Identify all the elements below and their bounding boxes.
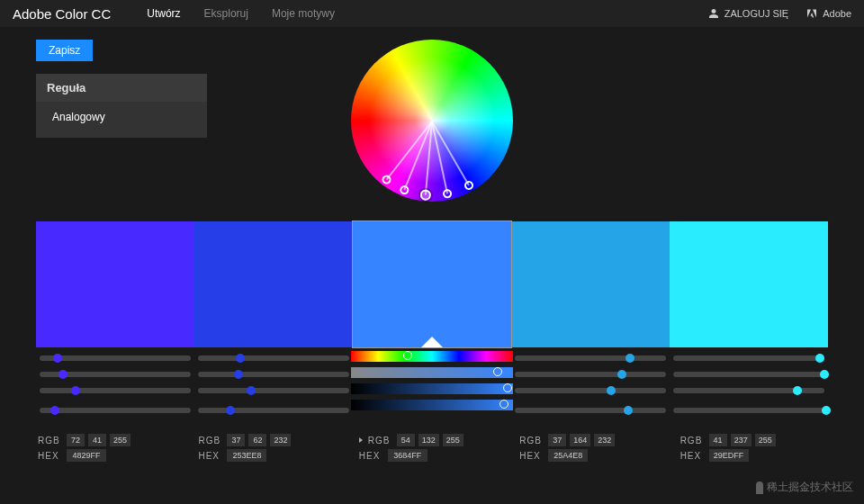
slider-1-2[interactable] bbox=[353, 369, 511, 380]
rgb-b-input[interactable]: 232 bbox=[594, 434, 615, 446]
slider-thumb[interactable] bbox=[626, 354, 634, 363]
rgb-g-input[interactable]: 237 bbox=[731, 434, 752, 446]
slider-thumb[interactable] bbox=[815, 354, 824, 363]
slider-thumb[interactable] bbox=[58, 370, 68, 379]
slider-thumb[interactable] bbox=[71, 386, 80, 395]
color-wheel[interactable] bbox=[351, 40, 513, 202]
rgb-b-input[interactable]: 232 bbox=[270, 434, 291, 446]
expand-icon[interactable] bbox=[359, 437, 363, 443]
rgb-b-input[interactable]: 255 bbox=[443, 434, 464, 446]
slider-track bbox=[198, 408, 349, 413]
slider-3-3[interactable] bbox=[511, 405, 670, 416]
slider-1-0[interactable] bbox=[36, 369, 194, 380]
slider-3-0[interactable] bbox=[36, 405, 194, 416]
hex-input[interactable]: 29EDFF bbox=[709, 449, 749, 462]
slider-2-4[interactable] bbox=[670, 385, 828, 396]
slider-1-4[interactable] bbox=[670, 369, 828, 380]
slider-thumb[interactable] bbox=[226, 406, 235, 415]
rgb-r-input[interactable]: 37 bbox=[227, 434, 245, 446]
hex-input[interactable]: 253EE8 bbox=[227, 449, 266, 462]
slider-thumb[interactable] bbox=[236, 354, 245, 363]
slider-2-2[interactable] bbox=[353, 385, 511, 396]
wheel-handle-icon[interactable] bbox=[399, 184, 410, 196]
slider-track bbox=[198, 388, 349, 393]
slider-2-0[interactable] bbox=[36, 385, 194, 396]
slider-thumb[interactable] bbox=[607, 386, 616, 395]
slider-track bbox=[515, 408, 666, 413]
slider-0-0[interactable] bbox=[36, 353, 194, 364]
slider-thumb[interactable] bbox=[247, 386, 256, 395]
slider-thumb[interactable] bbox=[820, 370, 829, 379]
slider-0-4[interactable] bbox=[670, 353, 828, 364]
wheel-handle-icon[interactable] bbox=[463, 179, 475, 192]
slider-track bbox=[198, 372, 349, 377]
slider-track bbox=[515, 388, 666, 393]
swatch-0[interactable] bbox=[36, 221, 194, 347]
swatch-3[interactable] bbox=[511, 221, 670, 347]
slider-thumb[interactable] bbox=[822, 406, 831, 415]
nav-create[interactable]: Utwórz bbox=[147, 7, 180, 20]
slider-track bbox=[673, 356, 824, 361]
rgb-r-input[interactable]: 41 bbox=[709, 434, 727, 446]
rgb-r-input[interactable]: 37 bbox=[548, 434, 566, 446]
swatch-2[interactable] bbox=[353, 221, 511, 347]
slider-3-1[interactable] bbox=[194, 405, 353, 416]
slider-row-2 bbox=[36, 385, 828, 396]
slider-1-3[interactable] bbox=[511, 369, 670, 380]
watermark: 稀土掘金技术社区 bbox=[756, 480, 853, 495]
rgb-g-input[interactable]: 132 bbox=[418, 434, 439, 446]
value-cell-1: RGB3762232HEX253EE8 bbox=[191, 434, 351, 464]
nav-my-themes[interactable]: Moje motywy bbox=[272, 7, 335, 20]
slider-thumb[interactable] bbox=[624, 406, 633, 415]
slider-0-1[interactable] bbox=[194, 353, 353, 364]
slider-0-2[interactable] bbox=[353, 353, 511, 364]
slider-2-3[interactable] bbox=[511, 385, 670, 396]
slider-0-3[interactable] bbox=[511, 353, 670, 364]
swatch-row bbox=[36, 221, 828, 347]
slider-thumb[interactable] bbox=[234, 370, 243, 379]
rgb-b-input[interactable]: 255 bbox=[110, 434, 130, 446]
slider-track bbox=[40, 408, 191, 413]
rgb-b-input[interactable]: 255 bbox=[755, 434, 776, 446]
hex-input[interactable]: 25A4E8 bbox=[548, 449, 588, 462]
nav: Utwórz Eksploruj Moje motywy bbox=[147, 7, 707, 20]
slider-2-1[interactable] bbox=[194, 385, 353, 396]
slider-track bbox=[40, 356, 191, 361]
wheel-arm-0[interactable] bbox=[386, 121, 433, 180]
wheel-handle-icon[interactable] bbox=[419, 189, 431, 201]
rgb-label: RGB bbox=[680, 436, 706, 446]
rgb-g-input[interactable]: 41 bbox=[88, 434, 106, 446]
rgb-r-input[interactable]: 72 bbox=[67, 434, 85, 446]
hex-label: HEX bbox=[38, 451, 63, 461]
rgb-g-input[interactable]: 62 bbox=[248, 434, 266, 446]
slider-track bbox=[673, 408, 824, 413]
slider-thumb[interactable] bbox=[53, 354, 62, 363]
main-row: Zapisz Reguła Analogowy bbox=[0, 27, 864, 202]
swatch-4[interactable] bbox=[670, 221, 828, 347]
rule-header: Reguła bbox=[36, 74, 207, 102]
header-right: ZALOGUJ SIĘ Adobe bbox=[708, 8, 851, 19]
wheel-handle-icon[interactable] bbox=[380, 174, 392, 186]
slider-thumb[interactable] bbox=[617, 370, 626, 379]
swatch-1[interactable] bbox=[194, 221, 353, 347]
nav-explore[interactable]: Eksploruj bbox=[204, 7, 248, 20]
login-button[interactable]: ZALOGUJ SIĘ bbox=[708, 8, 789, 19]
hex-label: HEX bbox=[198, 451, 223, 461]
slider-thumb[interactable] bbox=[50, 406, 59, 415]
hex-label: HEX bbox=[519, 451, 544, 461]
wheel-handle-icon[interactable] bbox=[442, 188, 453, 199]
slider-3-2[interactable] bbox=[353, 405, 511, 416]
save-button[interactable]: Zapisz bbox=[36, 40, 93, 61]
slider-thumb[interactable] bbox=[793, 386, 802, 395]
slider-row-3 bbox=[36, 405, 828, 416]
slider-3-4[interactable] bbox=[670, 405, 828, 416]
rule-panel: Reguła Analogowy bbox=[36, 74, 207, 138]
rule-selected[interactable]: Analogowy bbox=[36, 102, 207, 138]
rgb-r-input[interactable]: 54 bbox=[397, 434, 415, 446]
adobe-link[interactable]: Adobe bbox=[806, 8, 851, 19]
values-row: RGB7241255HEX4829FFRGB3762232HEX253EE8RG… bbox=[31, 434, 833, 464]
rgb-g-input[interactable]: 164 bbox=[570, 434, 590, 446]
hex-input[interactable]: 3684FF bbox=[388, 449, 428, 462]
hex-input[interactable]: 4829FF bbox=[67, 449, 106, 462]
slider-1-1[interactable] bbox=[194, 369, 353, 380]
